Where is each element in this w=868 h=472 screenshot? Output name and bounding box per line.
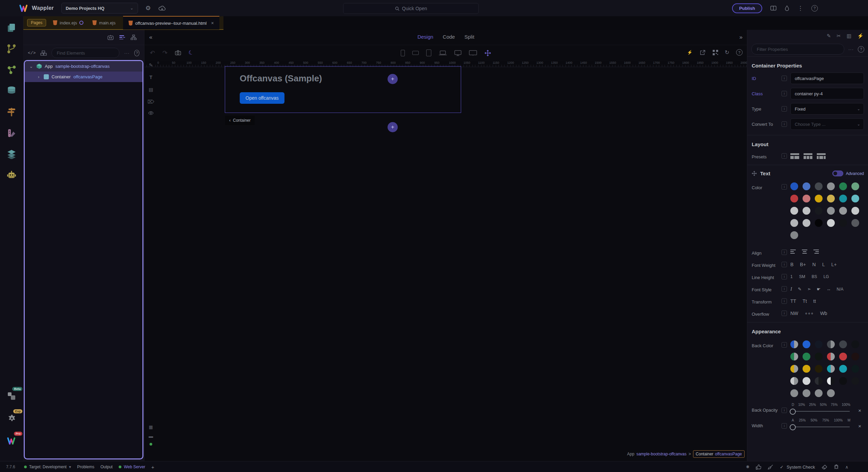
sidebar-experimental-settings-icon[interactable]: Exp <box>5 412 18 425</box>
info-icon[interactable]: i <box>782 298 787 304</box>
share-preview-icon[interactable] <box>699 50 706 55</box>
line-height-option[interactable]: SM <box>799 274 805 279</box>
clear-icon[interactable]: × <box>858 423 861 429</box>
breadcrumb-app-label[interactable]: App <box>627 452 634 456</box>
open-offcanvas-button[interactable]: Open offcanvas <box>240 92 284 104</box>
help-icon[interactable]: ? <box>811 5 818 12</box>
target-selector[interactable]: Target: Development ▾ <box>24 465 71 469</box>
project-selector[interactable]: Demo Projects HQ ⌄ <box>61 3 138 14</box>
color-swatch[interactable] <box>827 207 835 215</box>
bug-debug-icon[interactable] <box>834 464 839 470</box>
advanced-toggle[interactable] <box>832 171 843 176</box>
kebab-menu-icon[interactable]: ⋮ <box>797 5 803 11</box>
line-height-option[interactable]: 1 <box>790 274 793 279</box>
color-swatch[interactable] <box>803 182 810 190</box>
cloud-sync-icon[interactable] <box>158 5 166 11</box>
back-color-swatch[interactable] <box>815 340 823 348</box>
color-swatch[interactable] <box>839 207 847 215</box>
tick-label[interactable]: 75% <box>831 403 837 407</box>
device-phone-landscape-icon[interactable] <box>412 51 419 55</box>
tick-label[interactable]: 75% <box>822 418 829 422</box>
sidebar-wappler-pro-icon[interactable]: Pro <box>5 434 18 448</box>
width-slider-track[interactable] <box>793 427 850 427</box>
tick-label[interactable]: M <box>848 418 850 422</box>
back-color-swatch[interactable] <box>839 377 847 385</box>
back-color-swatch[interactable] <box>790 353 798 360</box>
file-tab[interactable]: offcanvas-preview--tour-manual.html × <box>123 16 219 29</box>
back-color-swatch[interactable] <box>815 389 823 397</box>
color-swatch[interactable] <box>851 219 859 227</box>
info-icon[interactable]: i <box>782 408 787 413</box>
sidebar-extensions-icon[interactable]: Beta <box>5 389 18 403</box>
tree-row-app[interactable]: ⌄ App sample-bootstrap-offcanvas <box>25 61 142 72</box>
sidebar-git-icon[interactable] <box>5 42 18 56</box>
back-color-swatch[interactable] <box>815 377 823 385</box>
color-swatch[interactable] <box>815 195 823 202</box>
color-swatch[interactable] <box>827 195 835 202</box>
sidebar-pages-icon[interactable] <box>5 21 18 35</box>
sidebar-routes-icon[interactable] <box>5 105 18 119</box>
line-height-option[interactable]: BS <box>812 274 817 279</box>
device-large-desktop-icon[interactable] <box>469 50 477 56</box>
back-color-swatch[interactable] <box>827 377 835 385</box>
breadcrumb-app-name[interactable]: sample-bootstrap-offcanvas <box>636 452 687 456</box>
more-options-icon[interactable]: ··· <box>848 47 854 52</box>
refresh-icon[interactable]: ↻ <box>725 49 729 56</box>
color-swatch[interactable] <box>839 182 847 190</box>
ai-assistant-robot-icon[interactable] <box>107 34 114 40</box>
sidebar-data-flows-icon[interactable] <box>5 63 18 77</box>
back-color-swatch[interactable] <box>839 353 847 360</box>
color-swatch[interactable] <box>851 195 859 202</box>
id-input[interactable]: offcanvasPage <box>790 73 864 84</box>
info-icon[interactable]: i <box>782 311 787 316</box>
preset-two-column-icon[interactable] <box>790 153 799 159</box>
clear-icon[interactable]: × <box>858 408 861 413</box>
convert-to-select[interactable]: Choose Type ... ⌄ <box>790 118 864 130</box>
back-color-swatch[interactable] <box>851 365 859 373</box>
chevron-down-icon[interactable]: ⌄ <box>29 64 34 69</box>
back-color-swatch[interactable] <box>803 340 810 348</box>
info-icon[interactable]: i <box>782 106 787 112</box>
view-mode-tab[interactable]: Design <box>417 34 433 40</box>
qr-code-icon[interactable] <box>713 50 718 55</box>
back-color-swatch[interactable] <box>790 340 798 348</box>
color-swatch[interactable] <box>790 182 798 190</box>
overflow-option[interactable]: NW <box>790 311 798 316</box>
filter-properties-input[interactable] <box>751 44 844 55</box>
back-color-swatch[interactable] <box>790 377 798 385</box>
split-view-icon[interactable] <box>770 6 776 11</box>
rocket-icon[interactable]: ➣ <box>807 287 811 292</box>
add-element-after-button[interactable]: + <box>388 122 398 132</box>
highlight-pen-icon[interactable]: ✎ <box>798 287 802 292</box>
quick-actions-bolt-icon[interactable]: ⚡ <box>857 33 864 39</box>
sidebar-layers-icon[interactable] <box>5 147 18 161</box>
device-tablet-icon[interactable] <box>426 50 431 56</box>
color-swatch[interactable] <box>851 182 859 190</box>
back-opacity-slider-track[interactable] <box>793 411 850 412</box>
color-swatch[interactable] <box>815 207 823 215</box>
sidebar-design-icon[interactable] <box>5 126 18 140</box>
info-icon[interactable]: i <box>782 184 787 190</box>
thumbs-up-icon[interactable] <box>756 465 761 470</box>
back-color-swatch[interactable] <box>803 389 810 397</box>
actions-bolt-icon[interactable]: ⚡ <box>687 50 692 55</box>
close-icon[interactable]: × <box>211 20 214 26</box>
settings-gear-icon[interactable]: ⚙ <box>145 5 151 11</box>
selected-element-badge[interactable]: ‹ Container <box>225 116 255 125</box>
layout-panel-icon[interactable]: ▥ <box>847 33 851 39</box>
tree-view-icon[interactable] <box>131 35 137 40</box>
tree-row-container[interactable]: › Container offcanvasPage <box>25 72 142 82</box>
back-color-swatch[interactable] <box>839 365 847 373</box>
italic-icon[interactable]: I <box>790 286 792 292</box>
color-swatch[interactable] <box>827 219 835 227</box>
transform-option[interactable]: TT <box>790 298 796 304</box>
back-opacity-slider-knob[interactable] <box>790 409 796 415</box>
publish-button[interactable]: Publish <box>732 3 762 13</box>
font-weight-option[interactable]: B+ <box>800 262 806 267</box>
back-color-swatch[interactable] <box>851 377 859 385</box>
sidebar-database-icon[interactable] <box>5 84 18 98</box>
text-width-icon[interactable]: ↔ <box>826 287 831 292</box>
broom-clean-icon[interactable] <box>768 465 773 470</box>
back-color-swatch[interactable] <box>827 353 835 360</box>
line-height-option[interactable]: LG <box>824 274 829 279</box>
